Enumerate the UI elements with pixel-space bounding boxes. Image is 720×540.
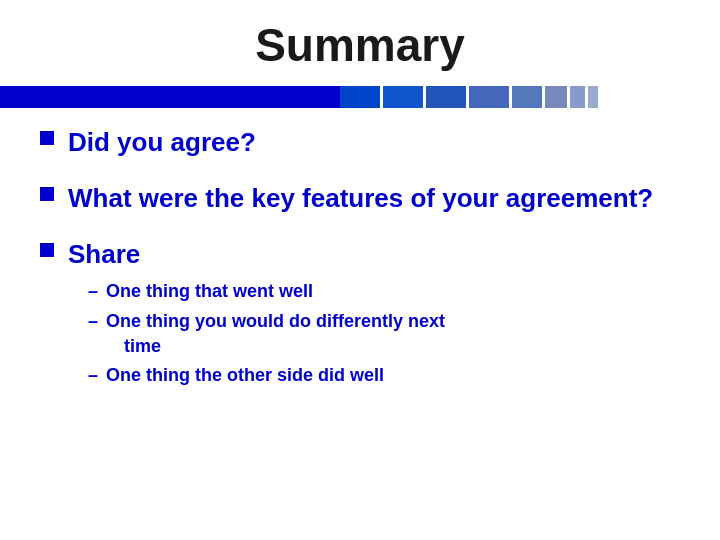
bullet-row-3: Share <box>30 238 660 272</box>
sub-bullet-row-3: – One thing the other side did well <box>88 363 660 388</box>
deco-block-5 <box>512 86 542 108</box>
title-area: Summary <box>0 0 720 82</box>
slide: Summary Did you agree? What were the key… <box>0 0 720 540</box>
sub-bullet-row-1: – One thing that went well <box>88 279 660 304</box>
sub-text-3: One thing the other side did well <box>106 363 384 388</box>
sub-dash-1: – <box>88 279 98 304</box>
sub-text-2-wrap: One thing you would do differently next … <box>106 309 445 359</box>
deco-block-8 <box>588 86 598 108</box>
sub-dash-3: – <box>88 363 98 388</box>
bullet-row-1: Did you agree? <box>30 126 660 160</box>
sub-bullet-row-2: – One thing you would do differently nex… <box>88 309 660 359</box>
deco-block-1 <box>340 86 380 108</box>
sub-bullets-area: – One thing that went well – One thing y… <box>30 279 660 388</box>
deco-block-2 <box>383 86 423 108</box>
bullet-square-3 <box>40 243 54 257</box>
deco-block-3 <box>426 86 466 108</box>
sub-text-2b: time <box>106 336 161 356</box>
slide-title: Summary <box>40 18 680 72</box>
bullet-row-2: What were the key features of your agree… <box>30 182 660 216</box>
deco-block-7 <box>570 86 585 108</box>
bullet-text-1: Did you agree? <box>68 126 256 160</box>
sub-dash-2: – <box>88 309 98 334</box>
deco-block-6 <box>545 86 567 108</box>
bullet-square-1 <box>40 131 54 145</box>
bullet-square-2 <box>40 187 54 201</box>
bullet-text-3: Share <box>68 238 140 272</box>
deco-bar <box>0 86 720 108</box>
deco-block-4 <box>469 86 509 108</box>
bullet-text-2: What were the key features of your agree… <box>68 182 653 216</box>
deco-blocks-area <box>340 86 720 108</box>
deco-solid-bar <box>0 86 340 108</box>
content-area: Did you agree? What were the key feature… <box>0 126 720 388</box>
sub-text-2: One thing you would do differently next <box>106 311 445 331</box>
sub-text-1: One thing that went well <box>106 279 313 304</box>
